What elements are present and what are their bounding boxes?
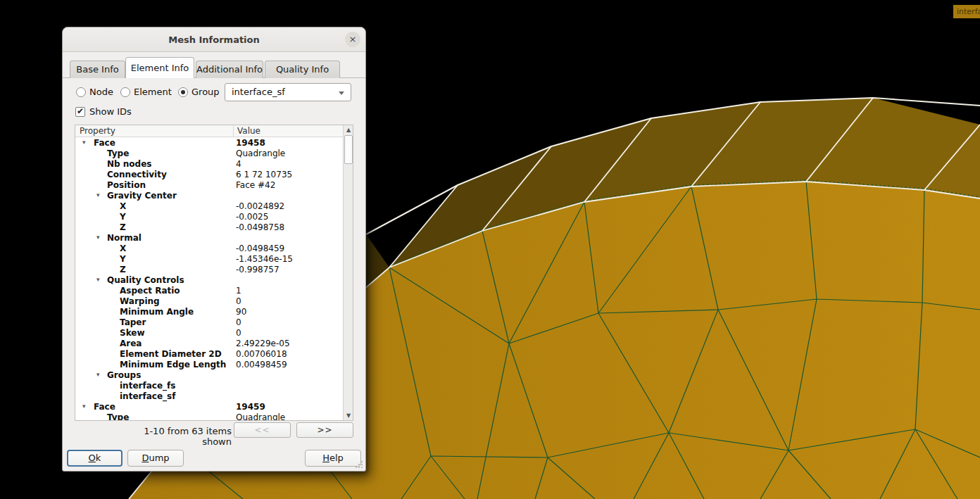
tree-collapse-icon[interactable]: ▾	[96, 234, 100, 241]
tab-element-info[interactable]: Element Info	[125, 57, 194, 78]
table-row[interactable]: Z-0.0498758	[75, 222, 343, 233]
value-cell: -0.0498758	[236, 222, 284, 232]
property-cell: Position	[107, 180, 146, 190]
table-row[interactable]: Taper0	[75, 317, 343, 328]
show-ids-checkbox[interactable]: ✔	[75, 107, 85, 117]
resize-grip[interactable]	[355, 460, 363, 468]
value-cell: -0.0498459	[236, 244, 284, 253]
scrollbar-thumb[interactable]	[344, 135, 353, 164]
table-row[interactable]: Area2.49229e-05	[75, 339, 343, 349]
entity-type-selector: Node Element Group interface_sf	[63, 83, 365, 103]
tree-collapse-icon[interactable]: ▾	[82, 139, 86, 146]
node-radio[interactable]	[76, 87, 86, 97]
value-cell: Face #42	[236, 180, 275, 190]
dump-button[interactable]: Dump	[127, 450, 184, 467]
value-cell: 0	[236, 296, 241, 306]
column-header-property: Property	[80, 126, 115, 136]
screen: interface_sf Mesh Information × Base Inf…	[0, 0, 980, 499]
table-row[interactable]: Minimum Edge Length0.00498459	[75, 360, 343, 370]
mesh-information-dialog: Mesh Information × Base Info Element Inf…	[62, 27, 366, 472]
value-cell: 19458	[236, 138, 265, 148]
table-row[interactable]: interface_fs	[75, 381, 343, 391]
value-cell: -0.0025	[236, 212, 268, 222]
value-cell: -0.998757	[236, 265, 279, 274]
table-row[interactable]: PositionFace #42	[75, 180, 343, 191]
value-cell: 2.49229e-05	[236, 339, 290, 348]
property-cell: Type	[107, 149, 129, 158]
value-cell: 6 1 72 10735	[236, 170, 292, 179]
table-row[interactable]: Connectivity6 1 72 10735	[75, 170, 343, 180]
tree-collapse-icon[interactable]: ▾	[82, 403, 86, 410]
table-row[interactable]: X-0.0498459	[75, 244, 343, 254]
help-button[interactable]: Help	[305, 450, 361, 467]
dialog-title: Mesh Information	[168, 34, 260, 45]
table-row[interactable]: X-0.0024892	[75, 201, 343, 212]
value-cell: 4	[236, 159, 241, 169]
scroll-down-icon[interactable]: ▼	[344, 411, 353, 420]
group-radio[interactable]	[178, 87, 188, 97]
scroll-up-icon[interactable]: ▲	[344, 125, 353, 134]
tab-bar: Base Info Element Info Additional Info Q…	[63, 57, 365, 78]
property-cell: Normal	[107, 233, 142, 243]
dialog-titlebar[interactable]: Mesh Information ×	[63, 27, 365, 52]
previous-page-button[interactable]: <<	[234, 422, 291, 438]
property-cell: Connectivity	[107, 170, 167, 179]
table-row[interactable]: Z-0.998757	[75, 265, 343, 275]
value-cell: 0	[236, 317, 241, 327]
table-row[interactable]: Element Diameter 2D0.00706018	[75, 349, 343, 360]
check-icon: ✔	[77, 106, 84, 116]
tree-collapse-icon[interactable]: ▾	[96, 191, 100, 198]
table-row[interactable]: Aspect Ratio1	[75, 286, 343, 296]
chevron-down-icon	[339, 91, 344, 95]
property-tree-table[interactable]: Property Value ▾Face19458TypeQuadrangleN…	[75, 125, 353, 421]
ok-button[interactable]: Ok	[67, 450, 122, 467]
table-row[interactable]: ▾Groups	[75, 370, 343, 381]
table-row[interactable]: ▾Face19459	[75, 402, 343, 412]
tree-collapse-icon[interactable]: ▾	[96, 371, 100, 378]
value-cell: -0.0024892	[236, 201, 284, 211]
property-cell: Face	[94, 402, 115, 412]
tab-quality-info[interactable]: Quality Info	[265, 61, 340, 78]
property-cell: Minimum Angle	[120, 307, 194, 317]
tab-base-info[interactable]: Base Info	[70, 61, 125, 78]
table-row[interactable]: ▾Gravity Center	[75, 191, 343, 201]
group-select[interactable]: interface_sf	[225, 83, 351, 101]
table-row[interactable]: ▾Quality Controls	[75, 275, 343, 286]
property-cell: Face	[94, 138, 115, 148]
table-row[interactable]: TypeQuadrangle	[75, 412, 343, 420]
node-radio-label: Node	[89, 87, 113, 97]
property-cell: Groups	[107, 370, 141, 380]
table-row[interactable]: Y-1.45346e-15	[75, 254, 343, 265]
property-cell: Z	[120, 222, 126, 232]
column-separator[interactable]	[233, 125, 234, 137]
next-page-button[interactable]: >>	[296, 422, 353, 438]
property-cell: X	[120, 244, 126, 253]
value-cell: 0	[236, 328, 241, 338]
table-row[interactable]: ▾Face19458	[75, 138, 343, 149]
table-row[interactable]: Y-0.0025	[75, 212, 343, 222]
close-icon[interactable]: ×	[345, 32, 360, 47]
table-row[interactable]: Warping0	[75, 296, 343, 307]
table-row[interactable]: Minimum Angle90	[75, 307, 343, 317]
value-cell: Quadrangle	[236, 149, 285, 158]
table-header: Property Value	[75, 125, 343, 137]
property-cell: Y	[120, 254, 126, 264]
table-row[interactable]: interface_sf	[75, 391, 343, 402]
property-cell: Z	[120, 265, 126, 274]
property-cell: Element Diameter 2D	[120, 349, 222, 359]
property-cell: X	[120, 201, 126, 211]
table-row[interactable]: ▾Normal	[75, 233, 343, 244]
table-row[interactable]: Skew0	[75, 328, 343, 339]
group-radio-label: Group	[191, 87, 220, 97]
element-radio[interactable]	[120, 87, 130, 97]
table-row[interactable]: TypeQuadrangle	[75, 149, 343, 159]
tree-collapse-icon[interactable]: ▾	[96, 276, 100, 283]
value-cell: 0.00706018	[236, 349, 287, 359]
vertical-scrollbar[interactable]: ▲ ▼	[343, 125, 353, 420]
property-cell: Area	[120, 339, 142, 348]
tab-additional-info[interactable]: Additional Info	[196, 61, 263, 78]
element-radio-label: Element	[134, 87, 172, 97]
table-row[interactable]: Nb nodes4	[75, 159, 343, 170]
property-cell: Quality Controls	[107, 275, 184, 285]
table-rows: ▾Face19458TypeQuadrangleNb nodes4Connect…	[75, 138, 343, 420]
